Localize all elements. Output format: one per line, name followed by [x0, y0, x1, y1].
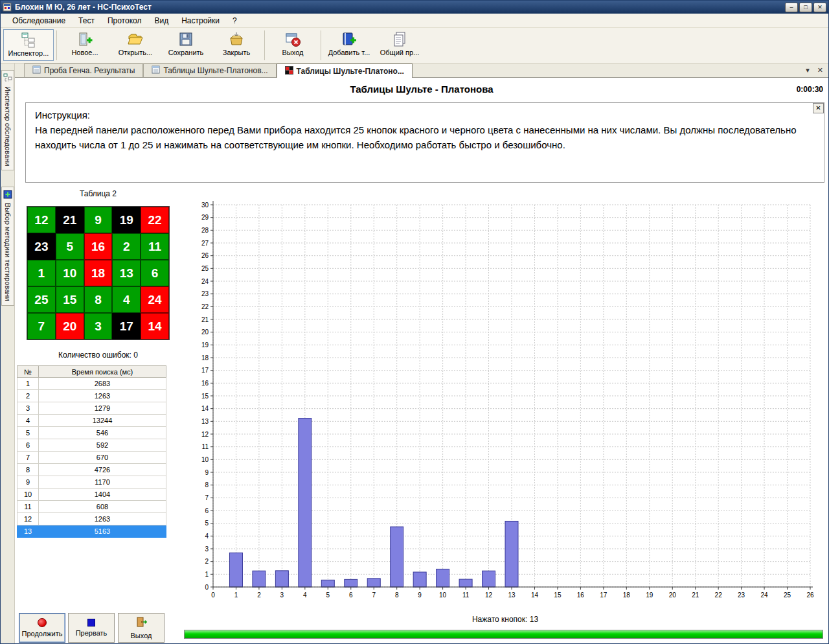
tab-list-dropdown-icon[interactable]: ▾ [806, 66, 810, 75]
schulte-cell-9[interactable]: 9 [84, 207, 113, 233]
svg-text:4: 4 [205, 533, 209, 540]
schulte-cell-8[interactable]: 8 [84, 286, 113, 313]
toolbar-add-test-button[interactable]: Добавить т... [324, 29, 374, 61]
result-row[interactable]: 5546 [17, 427, 166, 439]
schulte-cell-4[interactable]: 4 [112, 286, 141, 313]
svg-text:20: 20 [201, 328, 209, 336]
continue-button[interactable]: Продолжить [19, 613, 65, 643]
minimize-button[interactable]: – [785, 3, 798, 12]
result-row[interactable]: 11608 [17, 501, 166, 513]
status-text: Нажато кнопок: 13 [182, 615, 828, 624]
schulte-cell-13[interactable]: 13 [112, 260, 141, 286]
schulte-cell-1[interactable]: 1 [27, 260, 56, 286]
result-row[interactable]: 12683 [17, 378, 166, 390]
svg-text:22: 22 [201, 303, 209, 310]
result-row[interactable]: 21263 [17, 390, 166, 402]
schulte-cell-25[interactable]: 25 [27, 286, 56, 313]
sidebar-tab-inspector[interactable]: Инспектор обследовани [1, 70, 14, 170]
svg-text:13: 13 [508, 592, 516, 599]
schulte-cell-7[interactable]: 7 [27, 313, 56, 339]
toolbar-close-button[interactable]: Закрыть [211, 29, 262, 61]
result-row[interactable]: 121263 [17, 513, 166, 525]
progress-fill [185, 630, 823, 638]
tab-close-icon[interactable]: ✕ [817, 66, 823, 75]
toolbar-inspector-button[interactable]: Инспектор... [3, 29, 54, 61]
svg-text:18: 18 [201, 354, 209, 362]
schulte-cell-12[interactable]: 12 [27, 207, 56, 233]
schulte-cell-19[interactable]: 19 [112, 207, 141, 233]
toolbar-open-button[interactable]: Открыть... [110, 29, 161, 61]
svg-text:19: 19 [201, 341, 209, 349]
schulte-cell-23[interactable]: 23 [27, 233, 56, 260]
progress-bar [184, 630, 823, 639]
instruction-close-button[interactable]: ✕ [813, 103, 824, 113]
schulte-cell-22[interactable]: 22 [141, 207, 169, 233]
svg-text:20: 20 [669, 592, 677, 599]
schulte-cell-3[interactable]: 3 [84, 313, 113, 339]
svg-text:3: 3 [205, 546, 209, 553]
result-row[interactable]: 135163 [17, 525, 166, 538]
errors-label: Количество ошибок: 0 [27, 351, 170, 360]
schulte-cell-15[interactable]: 15 [56, 286, 84, 313]
result-row[interactable]: 31279 [17, 402, 166, 415]
schulte-cell-11[interactable]: 11 [141, 233, 169, 260]
maximize-button[interactable]: □ [799, 3, 812, 12]
menu-test[interactable]: Тест [72, 14, 101, 27]
schulte-cell-18[interactable]: 18 [84, 260, 113, 286]
menu-help[interactable]: ? [226, 14, 244, 27]
instruction-panel: ✕ Инструкция: На передней панели располо… [25, 102, 824, 183]
schulte-cell-24[interactable]: 24 [141, 286, 169, 313]
svg-text:30: 30 [201, 201, 209, 209]
method-select-icon [3, 190, 12, 200]
tab-schulte-test-active[interactable]: Таблицы Шульте-Платоно... [277, 63, 413, 78]
tab-proba-gencha[interactable]: Проба Генча. Результаты [24, 63, 143, 77]
inspector-icon [19, 31, 38, 49]
schulte-cell-5[interactable]: 5 [56, 233, 84, 260]
toolbar-separator [264, 30, 265, 60]
svg-text:28: 28 [201, 227, 209, 234]
interrupt-button[interactable]: Прервать [68, 613, 115, 643]
result-row[interactable]: 91170 [17, 476, 166, 489]
schulte-cell-16[interactable]: 16 [84, 233, 113, 260]
toolbar-save-button[interactable]: Сохранить [161, 29, 211, 61]
schulte-cell-6[interactable]: 6 [141, 260, 169, 286]
schulte-checker-icon [285, 66, 293, 76]
instruction-label: Инструкция: [35, 109, 815, 121]
exit-button[interactable]: Выход [118, 613, 165, 643]
toolbar-new-button[interactable]: Новое... [60, 29, 110, 61]
toolbar-exit-button[interactable]: Выход [267, 29, 318, 61]
toolbar-separator [321, 30, 321, 60]
menu-obsledovanie[interactable]: Обследование [6, 14, 72, 27]
svg-text:8: 8 [205, 481, 209, 489]
schulte-cell-2[interactable]: 2 [112, 233, 141, 260]
svg-text:11: 11 [462, 592, 470, 599]
close-button[interactable]: ✕ [813, 3, 826, 12]
menu-nastroyki[interactable]: Настройки [175, 14, 226, 27]
result-row[interactable]: 84726 [17, 464, 166, 476]
menu-vid[interactable]: Вид [148, 14, 175, 27]
app-icon [3, 3, 12, 12]
menu-protokol[interactable]: Протокол [101, 14, 148, 27]
result-row[interactable]: 6592 [17, 439, 166, 452]
tab-schulte-results[interactable]: Таблицы Шульте-Платонов... [143, 63, 276, 77]
schulte-cell-10[interactable]: 10 [56, 260, 84, 286]
svg-text:26: 26 [201, 252, 209, 259]
result-row[interactable]: 101404 [17, 489, 166, 501]
schulte-cell-21[interactable]: 21 [56, 207, 84, 233]
svg-text:0: 0 [211, 592, 215, 599]
schulte-cell-14[interactable]: 14 [141, 313, 169, 339]
svg-text:29: 29 [201, 214, 209, 221]
svg-text:7: 7 [205, 494, 209, 501]
svg-text:21: 21 [692, 592, 699, 599]
result-row[interactable]: 413244 [17, 415, 166, 427]
toolbar-protocol-button[interactable]: Общий пр... [374, 29, 425, 61]
svg-text:27: 27 [201, 240, 209, 247]
svg-text:5: 5 [326, 592, 330, 599]
results-table-header: № Время поиска (мс) [17, 366, 166, 378]
app-window: Блохин М Ю, 26 лет - НС-ПсихоТест – □ ✕ … [0, 0, 829, 644]
schulte-cell-20[interactable]: 20 [56, 313, 84, 339]
sidebar-tab-method-select[interactable]: Выбор методики тестировани [1, 187, 14, 306]
svg-text:23: 23 [201, 290, 209, 297]
result-row[interactable]: 7670 [17, 452, 166, 464]
schulte-cell-17[interactable]: 17 [112, 313, 141, 339]
